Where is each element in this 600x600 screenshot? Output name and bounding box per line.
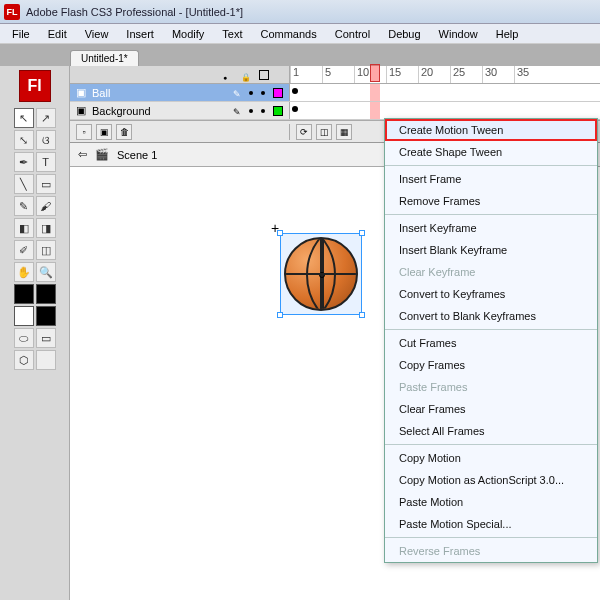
edit-multiple-button[interactable]: ▦ — [336, 124, 352, 140]
new-folder-button[interactable]: ▣ — [96, 124, 112, 140]
eraser-tool[interactable]: ◫ — [36, 240, 56, 260]
visibility-column-icon[interactable] — [223, 70, 233, 80]
stroke-color[interactable] — [14, 284, 34, 304]
menu-control[interactable]: Control — [327, 26, 378, 42]
selection-handle[interactable] — [277, 230, 283, 236]
selection-tool[interactable]: ↖ — [14, 108, 34, 128]
outline-column-icon[interactable] — [259, 70, 269, 80]
menu-item-insert-blank-keyframe[interactable]: Insert Blank Keyframe — [385, 239, 597, 261]
layer-name: Ball — [92, 87, 110, 99]
ink-bottle-tool[interactable]: ◧ — [14, 218, 34, 238]
outline-swatch[interactable] — [273, 106, 283, 116]
menu-item-remove-frames[interactable]: Remove Frames — [385, 190, 597, 212]
layer-frames[interactable] — [290, 102, 600, 119]
layer-frames[interactable] — [290, 84, 600, 101]
selection-handle[interactable] — [359, 230, 365, 236]
menu-item-clear-keyframe: Clear Keyframe — [385, 261, 597, 283]
menu-item-copy-motion[interactable]: Copy Motion — [385, 447, 597, 469]
playhead[interactable] — [370, 64, 380, 82]
flash-panel-icon: Fl — [19, 70, 51, 102]
menu-modify[interactable]: Modify — [164, 26, 212, 42]
menu-item-copy-motion-as-actionscript-3-0[interactable]: Copy Motion as ActionScript 3.0... — [385, 469, 597, 491]
ruler-tick: 30 — [482, 66, 514, 83]
outline-swatch[interactable] — [273, 88, 283, 98]
menu-item-paste-motion-special[interactable]: Paste Motion Special... — [385, 513, 597, 535]
lock-column-icon[interactable] — [241, 70, 251, 80]
menu-item-paste-frames: Paste Frames — [385, 376, 597, 398]
menu-item-insert-frame[interactable]: Insert Frame — [385, 168, 597, 190]
registration-point-icon — [319, 272, 325, 278]
lock-dot[interactable] — [261, 109, 265, 113]
basketball-graphic — [284, 237, 358, 311]
menu-item-cut-frames[interactable]: Cut Frames — [385, 332, 597, 354]
line-tool[interactable]: ╲ — [14, 174, 34, 194]
keyframe[interactable] — [292, 106, 298, 112]
menu-window[interactable]: Window — [431, 26, 486, 42]
menu-insert[interactable]: Insert — [118, 26, 162, 42]
menu-item-copy-frames[interactable]: Copy Frames — [385, 354, 597, 376]
brush-tool[interactable]: 🖌 — [36, 196, 56, 216]
layer-name: Background — [92, 105, 151, 117]
menu-item-create-shape-tween[interactable]: Create Shape Tween — [385, 141, 597, 163]
menu-item-clear-frames[interactable]: Clear Frames — [385, 398, 597, 420]
menu-text[interactable]: Text — [214, 26, 250, 42]
menu-item-insert-keyframe[interactable]: Insert Keyframe — [385, 217, 597, 239]
menu-separator — [385, 214, 597, 215]
scene-label[interactable]: Scene 1 — [117, 149, 157, 161]
ruler-tick: 20 — [418, 66, 450, 83]
menu-separator — [385, 329, 597, 330]
hand-tool[interactable]: ✋ — [14, 262, 34, 282]
text-tool[interactable]: T — [36, 152, 56, 172]
paint-bucket-tool[interactable]: ◨ — [36, 218, 56, 238]
edit-indicator-icon — [233, 87, 241, 99]
new-layer-button[interactable]: ▫ — [76, 124, 92, 140]
menu-edit[interactable]: Edit — [40, 26, 75, 42]
onion-outline-button[interactable]: ◫ — [316, 124, 332, 140]
flash-app-icon: FL — [4, 4, 20, 20]
timeline-ruler[interactable]: 15101520253035 — [290, 66, 600, 83]
pen-tool[interactable]: ✒ — [14, 152, 34, 172]
menu-help[interactable]: Help — [488, 26, 527, 42]
menu-view[interactable]: View — [77, 26, 117, 42]
menu-separator — [385, 537, 597, 538]
delete-layer-button[interactable]: 🗑 — [116, 124, 132, 140]
visibility-dot[interactable] — [249, 109, 253, 113]
menu-commands[interactable]: Commands — [252, 26, 324, 42]
menu-item-paste-motion[interactable]: Paste Motion — [385, 491, 597, 513]
back-icon[interactable]: ⇦ — [78, 148, 87, 161]
scene-icon — [95, 148, 109, 161]
ruler-tick: 1 — [290, 66, 322, 83]
pencil-tool[interactable]: ✎ — [14, 196, 34, 216]
selection-handle[interactable] — [359, 312, 365, 318]
selection-handle[interactable] — [277, 312, 283, 318]
menu-item-convert-to-blank-keyframes[interactable]: Convert to Blank Keyframes — [385, 305, 597, 327]
layer-background[interactable]: ▣Background — [70, 102, 290, 119]
free-transform-tool[interactable]: ⤡ — [14, 130, 34, 150]
smooth-option[interactable]: ▭ — [36, 328, 56, 348]
options-placeholder — [36, 350, 56, 370]
magnet-option[interactable]: ⬡ — [14, 350, 34, 370]
rectangle-tool[interactable]: ▭ — [36, 174, 56, 194]
subselection-tool[interactable]: ↗ — [36, 108, 56, 128]
basketball-symbol-selected[interactable] — [280, 233, 362, 315]
lasso-tool[interactable]: ଓ — [36, 130, 56, 150]
visibility-dot[interactable] — [249, 91, 253, 95]
onion-skin-button[interactable]: ⟳ — [296, 124, 312, 140]
menu-file[interactable]: File — [4, 26, 38, 42]
frame-context-menu: Create Motion TweenCreate Shape TweenIns… — [384, 118, 598, 563]
swap-colors[interactable] — [14, 306, 34, 326]
lock-dot[interactable] — [261, 91, 265, 95]
eyedropper-tool[interactable]: ✐ — [14, 240, 34, 260]
no-color[interactable] — [36, 306, 56, 326]
ruler-tick: 5 — [322, 66, 354, 83]
zoom-tool[interactable]: 🔍 — [36, 262, 56, 282]
document-tab[interactable]: Untitled-1* — [70, 50, 139, 66]
layer-ball[interactable]: ▣Ball — [70, 84, 290, 101]
menu-debug[interactable]: Debug — [380, 26, 428, 42]
keyframe[interactable] — [292, 88, 298, 94]
snap-option[interactable]: ⬭ — [14, 328, 34, 348]
menu-item-select-all-frames[interactable]: Select All Frames — [385, 420, 597, 442]
fill-color[interactable] — [36, 284, 56, 304]
menu-item-create-motion-tween[interactable]: Create Motion Tween — [385, 119, 597, 141]
menu-item-convert-to-keyframes[interactable]: Convert to Keyframes — [385, 283, 597, 305]
